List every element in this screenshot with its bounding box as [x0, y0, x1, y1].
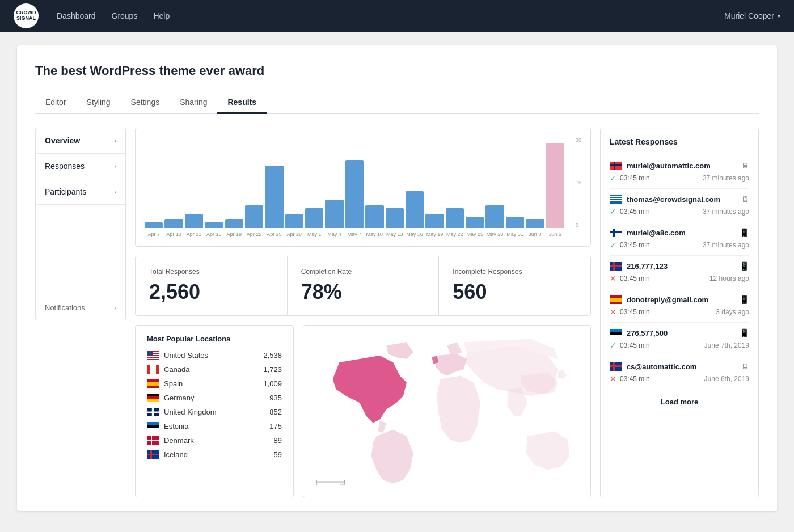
flag-is [147, 450, 159, 459]
sidebar-item-participants[interactable]: Participants › [36, 179, 125, 205]
response-meta-1: ✓03:45 min37 minutes ago [610, 207, 749, 216]
response-time-2: 03:45 min [620, 241, 650, 249]
response-flag-2 [610, 229, 622, 237]
sidebar-item-responses[interactable]: Responses › [36, 154, 125, 179]
tab-editor[interactable]: Editor [35, 92, 77, 114]
response-meta-2: ✓03:45 min37 minutes ago [610, 240, 749, 250]
bar-label-3: Apr 16 [205, 231, 223, 237]
bar-label-1: Apr 10 [164, 231, 183, 237]
response-header-5: 276,577,500📱 [610, 328, 749, 337]
bar-fill-1 [164, 219, 183, 228]
bar-label-17: May 28 [485, 231, 504, 237]
bar-fill-13 [406, 191, 424, 228]
chevron-down-icon: ▾ [778, 13, 780, 19]
bar-8 [305, 137, 323, 228]
nav-dashboard[interactable]: Dashboard [57, 11, 96, 20]
svg-text:728: 728 [340, 482, 345, 485]
sidebar-label-participants: Participants [45, 187, 86, 196]
location-row-0: United States2,538 [147, 351, 282, 360]
chevron-right-icon: › [114, 163, 116, 170]
chevron-right-icon: › [114, 137, 116, 144]
response-email-0: muriel@automattic.com [627, 162, 737, 170]
nav-groups[interactable]: Groups [112, 11, 138, 20]
bar-fill-6 [265, 166, 283, 228]
response-item-3: 216,777,123📱✕03:45 min12 hours ago [610, 256, 749, 289]
response-item-0: muriel@automattic.com🖥✓03:45 min37 minut… [610, 155, 749, 189]
logo[interactable]: CROWD SIGNAL [14, 3, 39, 28]
world-map: 1 728 [312, 335, 581, 488]
response-header-1: thomas@crowdsignal.com🖥 [610, 195, 749, 204]
sidebar-label-notifications: Notifications [45, 303, 85, 312]
tab-styling[interactable]: Styling [77, 92, 121, 114]
response-time-4: 03:45 min [620, 308, 650, 316]
bar-label-12: May 13 [386, 231, 404, 237]
bar-fill-14 [425, 214, 444, 228]
bar-label-8: May 1 [305, 231, 323, 237]
bar-13 [406, 137, 424, 228]
tab-settings[interactable]: Settings [121, 92, 170, 114]
map-card: 1 728 [303, 325, 591, 497]
location-row-5: Estonia175 [147, 422, 282, 430]
flag-us [147, 351, 159, 360]
flag-es [147, 379, 159, 388]
response-email-5: 276,577,500 [627, 329, 735, 337]
sidebar-item-overview[interactable]: Overview › [36, 128, 125, 154]
bar-fill-12 [386, 208, 404, 228]
responses-panel: Latest Responses muriel@automattic.com🖥✓… [600, 128, 759, 497]
bar-18 [506, 137, 524, 228]
bar-fill-19 [526, 219, 544, 228]
response-email-1: thomas@crowdsignal.com [627, 195, 737, 204]
bar-fill-18 [506, 217, 524, 228]
sidebar-item-notifications[interactable]: Notifications › [36, 295, 125, 320]
bar-5 [245, 137, 263, 228]
tab-results[interactable]: Results [217, 92, 267, 114]
response-email-3: 216,777,123 [627, 262, 735, 271]
chevron-right-icon: › [114, 305, 116, 311]
navbar: CROWD SIGNAL Dashboard Groups Help Murie… [0, 0, 794, 32]
user-name: Muriel Cooper [724, 11, 774, 20]
response-header-3: 216,777,123📱 [610, 261, 749, 271]
bar-label-15: May 22 [446, 231, 464, 237]
bar-label-16: May 25 [466, 231, 484, 237]
location-name-5: Estonia [164, 422, 265, 430]
location-count-6: 89 [274, 436, 282, 445]
bar-fill-9 [325, 200, 343, 228]
bar-fill-16 [466, 217, 484, 228]
locations-card: Most Popular Locations United States2,53… [135, 325, 294, 497]
location-row-1: Canada1,723 [147, 365, 282, 374]
location-count-1: 1,723 [263, 365, 282, 374]
location-row-4: United Kingdom852 [147, 408, 282, 416]
tab-bar: Editor Styling Settings Sharing Results [35, 92, 759, 114]
response-flag-5 [610, 329, 622, 337]
response-meta-5: ✓03:45 minJune 7th, 2019 [610, 341, 749, 350]
response-device-icon-5: 📱 [740, 328, 749, 337]
page-container: The best WordPress theme ever award Edit… [17, 45, 777, 511]
response-header-4: donotreply@gmail.com📱 [610, 295, 749, 304]
flag-ee [147, 422, 159, 430]
user-menu[interactable]: Muriel Cooper ▾ [724, 11, 780, 20]
response-device-icon-3: 📱 [740, 261, 749, 271]
nav-help[interactable]: Help [153, 11, 170, 20]
chevron-right-icon: › [114, 188, 116, 195]
location-count-2: 1,009 [263, 379, 282, 388]
tab-sharing[interactable]: Sharing [170, 92, 217, 114]
bar-12 [386, 137, 404, 228]
response-ago-3: 12 hours ago [709, 275, 749, 282]
load-more-button[interactable]: Load more [661, 398, 698, 406]
bar-3 [205, 137, 223, 228]
response-status-6: ✕ [610, 374, 616, 383]
bar-6 [265, 137, 283, 228]
bar-2 [185, 137, 203, 228]
responses-list: muriel@automattic.com🖥✓03:45 min37 minut… [610, 155, 749, 389]
response-item-5: 276,577,500📱✓03:45 minJune 7th, 2019 [610, 323, 749, 356]
y-label-30: 30 [576, 137, 581, 143]
location-count-3: 935 [269, 394, 282, 402]
sidebar-label-responses: Responses [45, 162, 85, 171]
bar-label-2: Apr 13 [185, 231, 203, 237]
bar-10 [345, 137, 364, 228]
bar-fill-8 [305, 208, 323, 228]
stat-incomplete-value: 560 [453, 280, 577, 304]
bar-fill-3 [205, 222, 223, 228]
response-status-3: ✕ [610, 274, 616, 283]
bar-7 [285, 137, 303, 228]
